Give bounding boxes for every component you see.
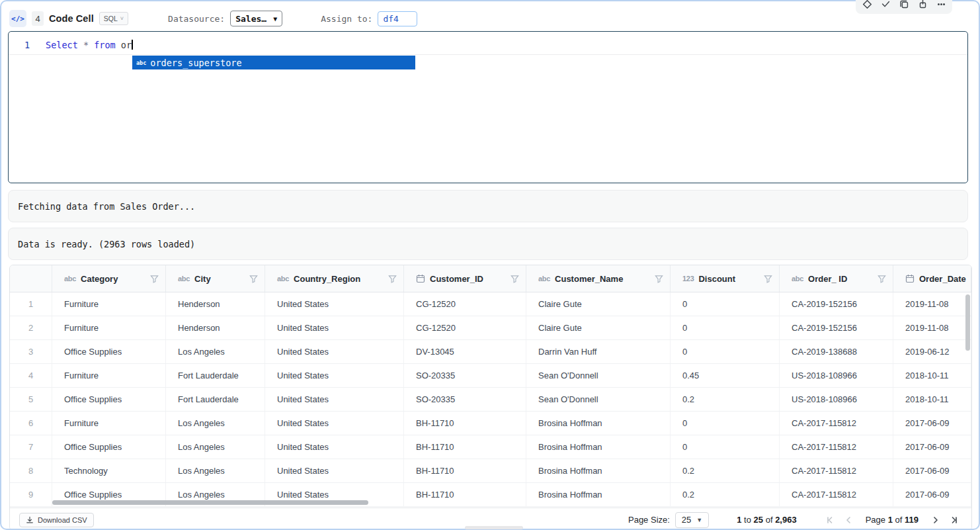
export-icon[interactable]	[916, 0, 929, 11]
vertical-scrollbar[interactable]	[965, 294, 970, 500]
page-size-select[interactable]: 25 ▼	[675, 512, 709, 528]
cell-discount: 0	[671, 316, 780, 339]
table-row[interactable]: 4 Furniture Fort Lauderdale United State…	[10, 364, 971, 388]
column-header-city[interactable]: abc City	[166, 265, 265, 292]
range-of-word: of	[766, 515, 773, 525]
run-check-icon[interactable]	[879, 0, 892, 11]
row-number: 3	[10, 340, 52, 363]
row-number: 1	[10, 292, 52, 316]
text-type-icon: abc	[64, 275, 76, 283]
chevron-down-icon: ˅	[120, 15, 124, 22]
cell-index-badge: 4	[32, 11, 44, 26]
autocomplete-suggestion[interactable]: abc orders_superstore	[132, 56, 415, 69]
format-code-icon[interactable]	[860, 0, 874, 11]
table-row[interactable]: 3 Office Supplies Los Angeles United Sta…	[10, 340, 971, 364]
filter-icon[interactable]	[655, 275, 663, 283]
previous-page-icon[interactable]	[840, 512, 856, 528]
column-header-customer-name[interactable]: abc Customer_Name	[526, 265, 671, 292]
cell-customer-name: Claire Gute	[526, 316, 671, 339]
cell-discount: 0.2	[671, 483, 780, 506]
pagination-bar: Page Size: 25 ▼ 1 to 25 of 2,963	[628, 512, 962, 528]
column-label: Order_ ID	[808, 274, 847, 284]
filter-icon[interactable]	[249, 275, 258, 283]
filter-icon[interactable]	[764, 275, 772, 283]
cell-city: Fort Lauderdale	[166, 388, 265, 411]
column-label: Country_Region	[294, 274, 360, 284]
page-summary: Page 1 of 119	[866, 515, 919, 525]
vertical-scrollbar-thumb[interactable]	[965, 294, 970, 351]
code-line-1[interactable]: 1 Select * from or	[9, 38, 967, 55]
table-row[interactable]: 1 Furniture Henderson United States CG-1…	[10, 292, 971, 316]
cell-customer-id: CG-12520	[404, 316, 526, 339]
column-header-country-region[interactable]: abc Country_Region	[265, 265, 404, 292]
sql-keyword: from	[94, 40, 116, 50]
output-message-ready: Data is ready. (2963 rows loaded)	[8, 228, 968, 260]
row-number: 2	[10, 316, 52, 339]
text-cursor	[132, 40, 133, 50]
table-row[interactable]: 2 Furniture Henderson United States CG-1…	[10, 316, 971, 340]
sql-code-editor[interactable]: 1 Select * from or abc orders_superstore	[8, 31, 968, 183]
column-header-order-date[interactable]: Order_Date	[893, 265, 971, 292]
cell-order-date: 2019-06-12	[893, 340, 971, 363]
filter-icon[interactable]	[878, 275, 886, 283]
assign-variable-input[interactable]	[378, 11, 417, 26]
more-options-icon[interactable]	[934, 0, 948, 11]
table-row[interactable]: 6 Furniture Los Angeles United States BH…	[10, 412, 971, 435]
page-word: Page	[866, 515, 885, 525]
cell-order-id: CA-2019-152156	[780, 292, 893, 316]
cell-country-region: United States	[265, 459, 404, 482]
table-row[interactable]: 8 Technology Los Angeles United States B…	[10, 459, 971, 483]
autocomplete-item-label: orders_superstore	[150, 58, 241, 68]
column-header-order-id[interactable]: abc Order_ ID	[780, 265, 893, 292]
language-selector[interactable]: SQL ˅	[99, 12, 128, 25]
range-to: 25	[754, 515, 763, 525]
last-page-icon[interactable]	[946, 512, 962, 528]
datasource-select[interactable]: Sales… ▼	[230, 11, 282, 26]
cell-order-id: CA-2019-138688	[780, 340, 893, 363]
row-number: 5	[10, 388, 52, 411]
cell-category: Furniture	[52, 412, 166, 435]
cell-category: Technology	[52, 459, 166, 482]
download-csv-button[interactable]: Download CSV	[19, 513, 94, 527]
sql-keyword: Select	[46, 40, 78, 50]
next-page-icon[interactable]	[928, 512, 944, 528]
code-text: Select * from or	[46, 38, 133, 54]
duplicate-icon[interactable]	[897, 0, 911, 11]
line-number: 1	[9, 38, 46, 54]
cell-customer-id: SO-20335	[404, 364, 526, 387]
cell-order-id: CA-2017-115812	[780, 435, 893, 459]
filter-icon[interactable]	[510, 275, 519, 283]
filter-icon[interactable]	[388, 275, 397, 283]
calendar-type-icon	[905, 274, 915, 283]
cell-category: Office Supplies	[52, 340, 166, 363]
cell-discount: 0	[671, 412, 780, 435]
horizontal-scrollbar-thumb[interactable]	[52, 500, 368, 505]
table-row[interactable]: 7 Office Supplies Los Angeles United Sta…	[10, 435, 971, 459]
page-size-value: 25	[682, 515, 691, 525]
cell-country-region: United States	[265, 316, 404, 339]
column-header-discount[interactable]: 123 Discount	[671, 265, 780, 292]
cell-country-region: United States	[265, 435, 404, 459]
column-header-category[interactable]: abc Category	[52, 265, 166, 292]
cell-order-date: 2017-06-09	[893, 459, 971, 482]
dropdown-arrow-icon: ▼	[273, 15, 277, 22]
page-scrollbar-hint[interactable]	[465, 526, 523, 529]
first-page-icon[interactable]	[822, 512, 838, 528]
cell-customer-id: BH-11710	[404, 459, 526, 482]
cell-order-date: 2018-10-11	[893, 388, 971, 411]
column-header-customer-id[interactable]: Customer_ID	[404, 265, 526, 292]
range-to-word: to	[744, 515, 751, 525]
cell-order-id: CA-2017-115812	[780, 459, 893, 482]
cell-order-date: 2018-10-11	[893, 364, 971, 387]
cell-order-id: CA-2017-115812	[780, 483, 893, 506]
row-number: 8	[10, 459, 52, 482]
abc-type-icon: abc	[136, 60, 146, 66]
table-row[interactable]: 5 Office Supplies Fort Lauderdale United…	[10, 388, 971, 412]
datasource-label: Datasource:	[168, 14, 225, 24]
cell-customer-name: Brosina Hoffman	[526, 459, 671, 482]
text-type-icon: abc	[178, 275, 190, 283]
result-data-grid: abc Category abc City abc Country_Region…	[9, 265, 972, 530]
cell-customer-id: BH-11710	[404, 412, 526, 435]
page-nav-group: Page 1 of 119	[822, 512, 962, 528]
filter-icon[interactable]	[150, 275, 159, 283]
